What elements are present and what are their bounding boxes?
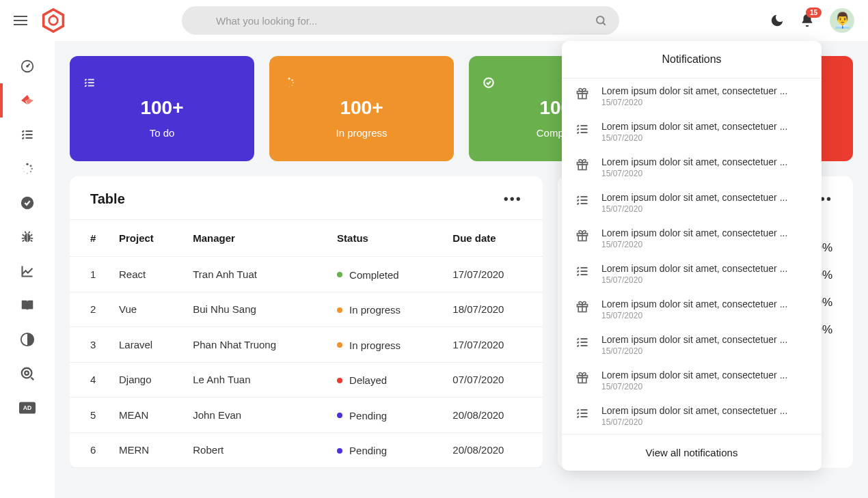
notification-date: 15/07/2020	[601, 311, 801, 320]
svg-point-33	[292, 85, 293, 86]
sidebar-item-analytics[interactable]	[0, 254, 55, 288]
row-num: 2	[70, 292, 111, 327]
notification-date: 15/07/2020	[601, 417, 801, 427]
notifications-bell[interactable]: 15	[800, 13, 815, 28]
table-more-menu[interactable]: •••	[504, 191, 522, 207]
row-due: 17/07/2020	[444, 257, 542, 292]
row-status: Completed	[329, 257, 444, 292]
notification-item[interactable]: Lorem ipsum dolor sit amet, consectetuer…	[562, 256, 822, 292]
row-project: Vue	[111, 292, 185, 327]
row-due: 20/08/2020	[444, 432, 542, 468]
svg-point-11	[30, 165, 32, 167]
notification-item[interactable]: Lorem ipsum dolor sit amet, consectetuer…	[562, 150, 822, 185]
row-due: 07/07/2020	[444, 362, 542, 398]
svg-point-13	[30, 171, 31, 172]
notification-date: 15/07/2020	[601, 169, 801, 178]
stat-value: 100+	[283, 97, 440, 119]
menu-toggle[interactable]	[14, 16, 27, 25]
row-manager: John Evan	[185, 398, 329, 433]
tasks-icon	[575, 406, 589, 420]
tasks-icon	[575, 264, 589, 278]
search-icon[interactable]	[595, 14, 607, 27]
notification-item[interactable]: Lorem ipsum dolor sit amet, consectetuer…	[562, 221, 822, 256]
notification-item[interactable]: Lorem ipsum dolor sit amet, consectetuer…	[562, 292, 822, 327]
projects-table: #ProjectManagerStatusDue date 1 React Tr…	[70, 219, 543, 468]
sidebar-item-approved[interactable]	[0, 186, 55, 220]
gift-icon	[575, 300, 589, 314]
dark-mode-toggle[interactable]	[770, 13, 785, 28]
row-due: 17/07/2020	[444, 327, 542, 363]
sidebar-item-projects[interactable]	[0, 83, 55, 117]
list-icon	[83, 77, 241, 89]
table-title: Table	[90, 191, 125, 207]
svg-point-10	[26, 163, 28, 165]
user-avatar[interactable]: 👨‍💼	[830, 8, 854, 33]
svg-point-2	[52, 14, 55, 17]
sidebar-item-tasks[interactable]	[0, 117, 55, 152]
svg-point-22	[22, 368, 32, 378]
table-panel: Table ••• #ProjectManagerStatusDue date …	[70, 176, 543, 468]
row-project: MEAN	[111, 398, 185, 433]
stat-label: In progress	[283, 127, 440, 139]
svg-point-34	[288, 86, 290, 87]
notification-item[interactable]: Lorem ipsum dolor sit amet, consectetuer…	[562, 363, 822, 398]
view-all-notifications[interactable]: View all notifications	[562, 434, 822, 471]
notification-text: Lorem ipsum dolor sit amet, consectetuer…	[601, 121, 801, 132]
notification-item[interactable]: Lorem ipsum dolor sit amet, consectetuer…	[562, 114, 822, 150]
sidebar-item-search-alt[interactable]	[0, 357, 55, 391]
table-header: Manager	[185, 220, 329, 257]
sidebar-item-loading[interactable]	[0, 152, 55, 186]
svg-point-1	[49, 16, 58, 25]
notification-item[interactable]: Lorem ipsum dolor sit amet, consectetuer…	[562, 79, 822, 114]
table-header: Status	[329, 220, 444, 257]
row-num: 4	[70, 362, 111, 398]
svg-point-6	[26, 65, 29, 68]
row-manager: Robert	[185, 432, 329, 468]
row-due: 20/08/2020	[444, 398, 542, 433]
table-header: Due date	[444, 220, 542, 257]
stat-label: To do	[83, 127, 241, 139]
sidebar-item-dashboard[interactable]	[0, 49, 55, 83]
search-input[interactable]	[216, 15, 585, 27]
svg-marker-0	[44, 10, 64, 31]
notification-date: 15/07/2020	[601, 240, 801, 249]
row-project: Django	[111, 362, 185, 398]
sidebar-item-contrast[interactable]	[0, 322, 55, 357]
row-due: 18/07/2020	[444, 292, 542, 327]
app-logo[interactable]	[41, 8, 66, 33]
notification-text: Lorem ipsum dolor sit amet, consectetuer…	[601, 192, 801, 203]
app-header: 15 👨‍💼	[0, 0, 868, 41]
row-manager: Bui Nhu Sang	[185, 292, 329, 327]
notification-text: Lorem ipsum dolor sit amet, consectetuer…	[601, 263, 801, 274]
table-row[interactable]: 2 Vue Bui Nhu Sang In progress 18/07/202…	[70, 292, 543, 327]
stat-card-todo[interactable]: 100+ To do	[70, 56, 254, 161]
row-project: React	[111, 257, 185, 292]
notification-item[interactable]: Lorem ipsum dolor sit amet, consectetuer…	[562, 185, 822, 221]
table-row[interactable]: 3 Laravel Phan Nhat Truong In progress 1…	[70, 327, 543, 363]
svg-point-30	[288, 78, 290, 80]
tasks-icon	[575, 193, 589, 207]
notifications-dropdown: Notifications Lorem ipsum dolor sit amet…	[562, 41, 822, 471]
svg-point-15	[23, 171, 25, 172]
table-row[interactable]: 4 Django Le Anh Tuan Delayed 07/07/2020	[70, 362, 543, 398]
stat-value: 100+	[83, 97, 241, 119]
sidebar-item-ads[interactable]: AD	[0, 391, 55, 425]
stat-card-progress[interactable]: 100+ In progress	[269, 56, 454, 161]
sidebar-item-library[interactable]	[0, 288, 55, 322]
sidebar-item-bugs[interactable]	[0, 220, 55, 254]
table-row[interactable]: 5 MEAN John Evan Pending 20/08/2020	[70, 398, 543, 433]
gift-icon	[575, 371, 589, 385]
table-row[interactable]: 1 React Tran Anh Tuat Completed 17/07/20…	[70, 257, 543, 292]
row-num: 6	[70, 432, 111, 468]
spinner-icon	[283, 77, 440, 89]
notification-item[interactable]: Lorem ipsum dolor sit amet, consectetuer…	[562, 398, 822, 434]
row-status: Delayed	[329, 362, 444, 398]
notification-text: Lorem ipsum dolor sit amet, consectetuer…	[601, 156, 801, 167]
notification-date: 15/07/2020	[601, 275, 801, 285]
notification-item[interactable]: Lorem ipsum dolor sit amet, consectetuer…	[562, 327, 822, 363]
table-row[interactable]: 6 MERN Robert Pending 20/08/2020	[70, 432, 543, 468]
notification-text: Lorem ipsum dolor sit amet, consectetuer…	[601, 227, 801, 238]
svg-point-14	[27, 173, 28, 174]
notification-date: 15/07/2020	[601, 98, 801, 107]
table-header: Project	[111, 220, 185, 257]
